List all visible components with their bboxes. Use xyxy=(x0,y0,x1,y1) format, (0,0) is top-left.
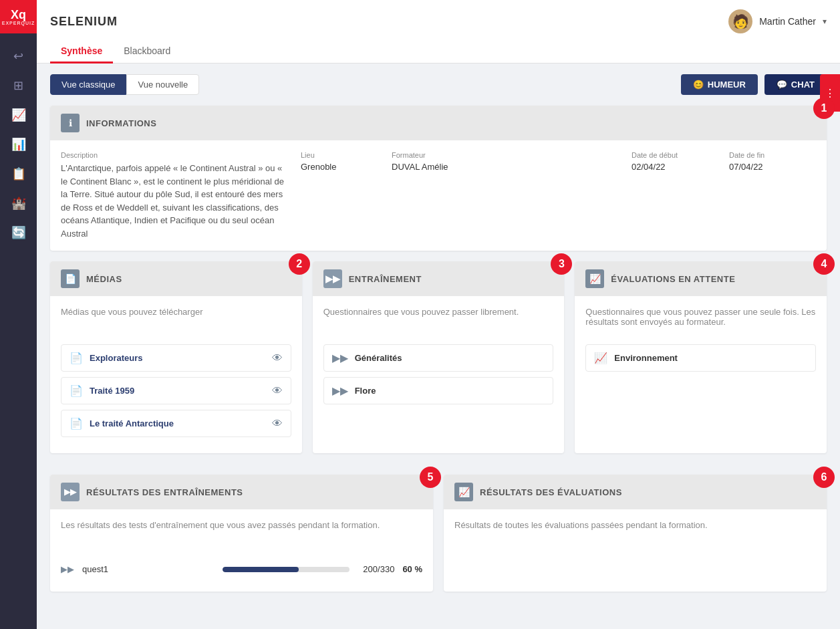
entrainement-title: ENTRAÎNEMENT xyxy=(349,274,422,284)
entrainement-body: Questionnaires que vous pouvez passer li… xyxy=(313,296,565,420)
progress-fill xyxy=(223,567,299,572)
info-icon: ℹ xyxy=(61,114,80,132)
results-train-icon: ▶▶ xyxy=(61,483,80,501)
app-title: SELENIUM xyxy=(50,15,118,29)
tab-blackboard[interactable]: Blackboard xyxy=(113,40,181,64)
quiz-name-environnement: Environnement xyxy=(614,353,678,363)
file-doc-icon: 📄 xyxy=(69,352,83,364)
lieu-value: Grenoble xyxy=(301,162,381,172)
train-icon: ▶▶ xyxy=(323,269,342,288)
file-left-2: 📄 Le traité Antarctique xyxy=(69,417,174,430)
result-item-quest1: ▶▶ quest1 200/330 60 % xyxy=(61,557,422,581)
sidebar-icon-refresh[interactable]: 🔄 xyxy=(5,221,32,245)
chat-button[interactable]: 💬 CHAT xyxy=(764,74,827,95)
quiz-name-generalites: Généralités xyxy=(355,353,402,363)
informations-header: ℹ INFORMATIONS 1 xyxy=(50,106,827,140)
resultats-evaluations-desc: Résultats de toutes les évaluations pass… xyxy=(454,520,816,547)
chevron-down-icon: ▾ xyxy=(823,17,827,26)
file-name-traite: Traité 1959 xyxy=(90,386,134,396)
file-name-explorateurs: Explorateurs xyxy=(90,353,142,363)
sidebar-icon-bar[interactable]: 📊 xyxy=(5,132,32,156)
evaluations-title: ÉVALUATIONS EN ATTENTE xyxy=(611,274,735,284)
file-list: 📄 Explorateurs 👁 📄 Traité 1959 👁 xyxy=(61,344,291,437)
badge-5: 5 xyxy=(420,467,441,488)
date-fin-block: Date de fin 07/04/22 xyxy=(729,151,816,172)
media-icon: 📄 xyxy=(61,269,80,288)
tab-synthese[interactable]: Synthèse xyxy=(50,40,113,64)
entrainement-header: ▶▶ ENTRAÎNEMENT 3 xyxy=(313,261,565,296)
view-toggle: Vue classique Vue nouvelle xyxy=(50,74,199,95)
evaluations-header: 📈 ÉVALUATIONS EN ATTENTE 4 xyxy=(575,261,827,296)
two-col-row: ▶▶ RÉSULTATS DES ENTRAÎNEMENTS 5 Les rés… xyxy=(50,475,827,602)
file-left: 📄 Explorateurs xyxy=(69,352,142,364)
file-doc-icon-1: 📄 xyxy=(69,384,83,397)
medias-title: MÉDIAS xyxy=(86,274,122,284)
description-label: Description xyxy=(61,151,290,159)
arrow-icon-gen: ▶▶ xyxy=(332,352,348,364)
entrainement-card: ▶▶ ENTRAÎNEMENT 3 Questionnaires que vou… xyxy=(313,261,565,453)
sidebar-icon-list[interactable]: 📋 xyxy=(5,162,32,186)
sidebar-icon-chart[interactable]: 📈 xyxy=(5,103,32,127)
sidebar-icon-castle[interactable]: 🏰 xyxy=(5,191,32,215)
description-text: L'Antarctique, parfois appelé « le Conti… xyxy=(61,162,290,240)
formateur-value: DUVAL Amélie xyxy=(392,162,621,172)
result-arrow-icon: ▶▶ xyxy=(61,564,74,574)
file-item-explorateurs[interactable]: 📄 Explorateurs 👁 xyxy=(61,344,291,372)
resultats-entrainements-title: RÉSULTATS DES ENTRAÎNEMENTS xyxy=(86,487,243,497)
evaluations-body: Questionnaires que vous pouvez passer un… xyxy=(575,296,827,388)
date-fin-value: 07/04/22 xyxy=(729,162,816,172)
formateur-block: Formateur DUVAL Amélie xyxy=(392,151,621,172)
result-name-quest1: quest1 xyxy=(82,564,209,574)
chat-icon: 💬 xyxy=(777,80,787,90)
action-buttons: 😊 HUMEUR 💬 CHAT xyxy=(681,74,827,95)
quiz-list-eval: 📈 Environnement xyxy=(585,344,816,372)
resultats-evaluations-header: 📈 RÉSULTATS DES ÉVALUATIONS 6 xyxy=(444,475,827,509)
view-new-button[interactable]: Vue nouvelle xyxy=(126,74,199,95)
header: SELENIUM 🧑 Martin Cather ▾ Synthèse Blac… xyxy=(37,0,840,64)
info-grid: Description L'Antarctique, parfois appel… xyxy=(61,151,816,240)
logo-sub: EXPERQUIZ xyxy=(2,21,35,25)
quiz-generalites[interactable]: ▶▶ Généralités xyxy=(323,344,554,372)
resultats-evaluations-title: RÉSULTATS DES ÉVALUATIONS xyxy=(480,487,622,497)
file-item-traite1959[interactable]: 📄 Traité 1959 👁 xyxy=(61,377,291,404)
result-pct: 60 % xyxy=(402,564,422,574)
eye-icon-2[interactable]: 👁 xyxy=(272,418,283,430)
quiz-flore[interactable]: ▶▶ Flore xyxy=(323,377,554,404)
eval-icon: 📈 xyxy=(585,269,604,288)
result-score: 200/330 xyxy=(363,564,394,574)
eye-icon-0[interactable]: 👁 xyxy=(272,352,283,364)
date-debut-label: Date de début xyxy=(632,151,718,159)
resultats-evaluations-card: 📈 RÉSULTATS DES ÉVALUATIONS 6 Résultats … xyxy=(444,475,827,592)
date-debut-block: Date de début 02/04/22 xyxy=(632,151,718,172)
avatar: 🧑 xyxy=(728,9,752,33)
quiz-list-train: ▶▶ Généralités ▶▶ Flore xyxy=(323,344,554,404)
results-eval-icon: 📈 xyxy=(454,483,473,501)
resultats-entrainements-body: Les résultats des tests d'entraînement q… xyxy=(50,509,433,592)
medias-desc: Médias que vous pouvez télécharger xyxy=(61,307,291,334)
resultats-entrainements-desc: Les résultats des tests d'entraînement q… xyxy=(61,520,422,547)
eye-icon-1[interactable]: 👁 xyxy=(272,385,283,397)
informations-card: ℹ INFORMATIONS 1 Description L'Antarctiq… xyxy=(50,106,827,251)
user-area[interactable]: 🧑 Martin Cather ▾ xyxy=(728,9,827,33)
view-classic-button[interactable]: Vue classique xyxy=(50,74,126,95)
face-icon: 😊 xyxy=(693,80,704,90)
quiz-name-flore: Flore xyxy=(355,386,376,396)
logo-xq: Xq xyxy=(11,9,26,21)
humeur-button[interactable]: 😊 HUMEUR xyxy=(681,74,758,95)
results-list-train: ▶▶ quest1 200/330 60 % xyxy=(61,557,422,581)
formateur-label: Formateur xyxy=(392,151,621,159)
file-item-traiteantarctique[interactable]: 📄 Le traité Antarctique 👁 xyxy=(61,410,291,437)
main-area: SELENIUM 🧑 Martin Cather ▾ Synthèse Blac… xyxy=(37,0,840,629)
resultats-evaluations-body: Résultats de toutes les évaluations pass… xyxy=(444,509,827,568)
sidebar-icon-grid[interactable]: ⊞ xyxy=(5,74,32,98)
three-col-row: 📄 MÉDIAS 2 Médias que vous pouvez téléch… xyxy=(50,261,827,464)
chat-label: CHAT xyxy=(791,80,815,90)
quiz-environnement[interactable]: 📈 Environnement xyxy=(585,344,816,372)
informations-title: INFORMATIONS xyxy=(86,118,156,128)
arrow-icon-env: 📈 xyxy=(594,352,607,364)
file-name-traite-antarctique: Le traité Antarctique xyxy=(90,418,174,428)
lieu-label: Lieu xyxy=(301,151,381,159)
sidebar-icon-back[interactable]: ↩ xyxy=(5,44,32,68)
progress-bar-bg xyxy=(223,567,349,572)
informations-body: Description L'Antarctique, parfois appel… xyxy=(50,140,827,251)
